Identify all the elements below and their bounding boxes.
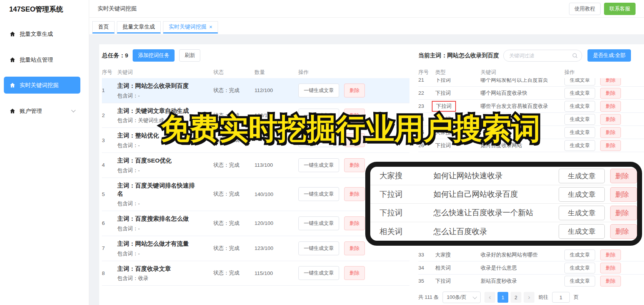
row-keyword: 哪些平台发文容易被百度收录 — [481, 103, 564, 110]
generate-articles-button[interactable]: 一键生成文章 — [298, 84, 339, 97]
page-button-2[interactable]: 2 — [511, 292, 521, 303]
row-title: 主词：网站怎么做才有流量 — [117, 240, 200, 248]
row-keyword: 哪个网站百度收录快 — [481, 90, 564, 97]
prev-page-button[interactable]: ‹ — [484, 292, 495, 303]
generate-article-button[interactable]: 生成文章 — [564, 263, 595, 273]
row-status: 状态：完成 — [213, 191, 255, 198]
generate-article-button[interactable]: 生成文章 — [564, 276, 595, 287]
delete-button[interactable]: 删除 — [600, 78, 621, 85]
generate-articles-button[interactable]: 一键生成文章 — [298, 241, 339, 255]
highlight-red-frame: 下拉词 — [432, 101, 456, 112]
delete-button[interactable]: 删除 — [610, 169, 637, 183]
keyword-pagination: 共 111 条 100条/页 ‹ 1 2 › 前往 页 — [418, 292, 644, 303]
row-type: 下拉词 — [435, 78, 481, 84]
delete-button[interactable]: 删除 — [600, 88, 621, 99]
generate-articles-button[interactable]: 一键生成文章 — [298, 158, 339, 172]
task-table-header: 序号 关键词 状态 数量 操作 — [102, 67, 409, 78]
table-row[interactable]: 6 主词：百度搜索排名怎么做 包含词：- 状态：完成 120/100 一键生成文… — [102, 211, 409, 236]
delete-button[interactable]: 删除 — [344, 187, 365, 201]
zoomed-callout-box: 大家搜 如何让网站快速收录 生成文章 删除 下拉词 如何让自己网站收录百度 生成… — [365, 162, 642, 246]
delete-button[interactable]: 删除 — [600, 276, 621, 287]
keyword-table-header: 序号 类型 关键词 操作 — [418, 67, 644, 78]
sidebar-item-label: 批量站点管理 — [20, 56, 53, 64]
table-row[interactable]: 8 主词：百度收录文章 包含词：收录 状态：完成 115/100 一键生成文章 … — [102, 261, 409, 286]
generate-article-button[interactable]: 生成文章 — [564, 140, 595, 151]
generate-article-button[interactable]: 生成文章 — [564, 114, 595, 125]
row-status: 状态：完成 — [213, 245, 255, 252]
contact-support-button[interactable]: 联系客服 — [604, 3, 636, 15]
sidebar-item-batch-articles[interactable]: 批量文章生成 — [4, 25, 80, 42]
delete-button[interactable]: 删除 — [610, 187, 637, 202]
table-row[interactable]: 5 主词：百度关键词排名快速排名 包含词：- 状态：完成 140/100 一键生… — [102, 178, 409, 211]
table-row[interactable]: 4 主词：百度SEO优化 包含词：- 状态：完成 113/100 一键生成文章 … — [102, 153, 409, 178]
row-keyword: 收录好的发帖网站有哪些 — [481, 251, 564, 258]
row-count: 123/100 — [255, 245, 298, 251]
generate-article-button[interactable]: 生成文章 — [564, 88, 595, 99]
row-subtitle: 包含词：- — [117, 200, 200, 207]
delete-button[interactable]: 删除 — [600, 140, 621, 151]
col-actions: 操作 — [564, 69, 644, 76]
keyword-filter-input[interactable] — [503, 50, 582, 62]
delete-button[interactable]: 删除 — [344, 216, 365, 230]
tutorial-button[interactable]: 使用教程 — [569, 3, 601, 15]
page-unit-label: 页 — [574, 294, 579, 301]
delete-button[interactable]: 删除 — [344, 84, 365, 97]
generate-article-button[interactable]: 生成文章 — [559, 206, 605, 220]
row-subtitle: 包含词：- — [117, 167, 200, 174]
table-row: 35 下拉词 新站百度秒收录 生成文章 删除 — [418, 275, 644, 287]
generate-article-button[interactable]: 生成文章 — [564, 78, 595, 85]
table-row[interactable]: 7 主词：网站怎么做才有流量 包含词：- 状态：完成 123/100 一键生成文… — [102, 236, 409, 261]
row-index: 21 — [418, 78, 435, 83]
delete-button[interactable]: 删除 — [344, 266, 365, 280]
sidebar-item-account[interactable]: 账户管理 — [4, 102, 80, 119]
delete-button[interactable]: 删除 — [610, 206, 637, 220]
generate-articles-button[interactable]: 一键生成文章 — [298, 266, 339, 280]
delete-button[interactable]: 删除 — [610, 224, 637, 239]
generate-article-button[interactable]: 生成文章 — [564, 127, 595, 138]
generate-all-toggle-button[interactable]: 是否生成:全部 — [587, 49, 631, 62]
sidebar-item-batch-sites[interactable]: 批量站点管理 — [4, 51, 80, 68]
generate-article-button[interactable]: 生成文章 — [559, 169, 605, 183]
generate-articles-button[interactable]: 一键生成文章 — [298, 216, 339, 230]
row-index: 22 — [418, 90, 435, 96]
row-title: 主词：网站怎么收录到百度 — [117, 82, 200, 90]
delete-button[interactable]: 删除 — [600, 127, 621, 138]
generate-articles-button[interactable]: 一键生成文章 — [298, 187, 339, 201]
delete-button[interactable]: 删除 — [600, 250, 621, 260]
current-keyword-title: 当前主词：网站怎么收录到百度 — [418, 52, 499, 59]
generate-article-button[interactable]: 生成文章 — [564, 250, 595, 260]
row-status: 状态：完成 — [213, 87, 255, 94]
row-keyword: 收录是什么意思 — [481, 265, 564, 271]
delete-button[interactable]: 删除 — [344, 158, 365, 172]
generate-article-button[interactable]: 生成文章 — [559, 224, 605, 239]
page-size-value: 100条/页 — [447, 294, 466, 301]
generate-article-button[interactable]: 生成文章 — [564, 101, 595, 112]
col-actions: 操作 — [298, 69, 409, 76]
table-row[interactable]: 1 主词：网站怎么收录到百度 包含词：- 状态：完成 112/100 一键生成文… — [102, 78, 409, 103]
sidebar-item-keyword-mining[interactable]: 实时关键词挖掘 — [4, 77, 80, 94]
generate-article-button[interactable]: 生成文章 — [559, 187, 605, 202]
tab-keyword-mining[interactable]: 实时关键词挖掘 × — [163, 21, 218, 34]
delete-button[interactable]: 删除 — [600, 263, 621, 273]
page-button-1[interactable]: 1 — [498, 292, 508, 303]
page-size-select[interactable]: 100条/页 — [443, 292, 481, 303]
close-icon[interactable]: × — [209, 24, 212, 30]
next-page-button[interactable]: › — [524, 292, 534, 303]
delete-button[interactable]: 删除 — [600, 114, 621, 125]
tab-home[interactable]: 首页 — [92, 21, 115, 34]
row-index: 6 — [102, 220, 117, 226]
add-task-button[interactable]: 添加挖词任务 — [133, 49, 175, 62]
row-type: 大家搜 — [379, 171, 433, 181]
delete-button[interactable]: 删除 — [344, 241, 365, 255]
table-row: 22 下拉词 哪个网站百度收录快 生成文章 删除 — [418, 87, 644, 100]
promo-overlay-text: 免费实时挖掘行业用户搜索词 — [161, 112, 541, 145]
delete-button[interactable]: 删除 — [600, 101, 621, 112]
tab-batch-articles[interactable]: 批量文章生成 — [117, 21, 161, 34]
row-title: 主词：百度搜索排名怎么做 — [117, 215, 200, 223]
row-subtitle: 包含词：- — [117, 250, 200, 257]
home-icon — [9, 82, 16, 89]
row-type: 下拉词 — [379, 208, 433, 218]
row-keyword: 哪个网站发帖可以上百度首页 — [481, 78, 564, 84]
refresh-button[interactable]: 刷新 — [179, 49, 200, 62]
goto-page-input[interactable] — [552, 292, 570, 303]
